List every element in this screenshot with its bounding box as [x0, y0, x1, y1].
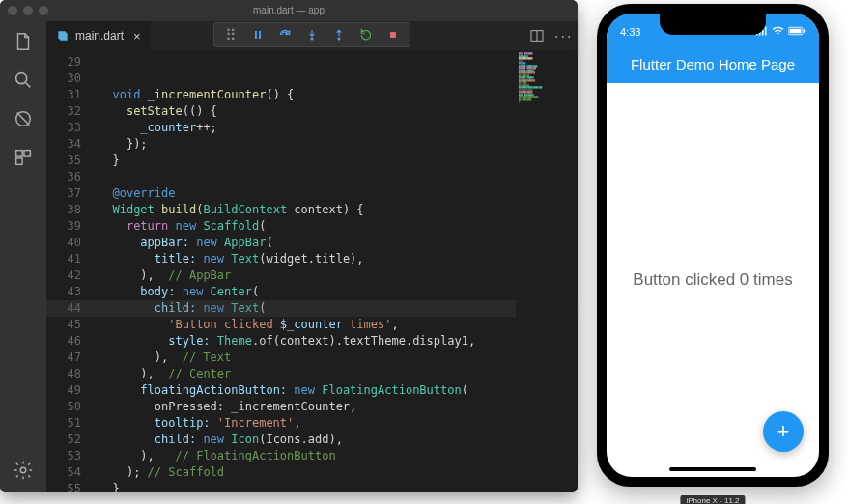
code-line: child: new Text(: [99, 301, 266, 315]
svg-point-7: [338, 38, 340, 40]
extensions-icon[interactable]: [13, 147, 34, 168]
code-line: }: [99, 154, 120, 167]
code-line: ); // Scaffold: [99, 465, 224, 479]
editor-top-right-tools: ···: [529, 28, 570, 43]
debug-toolbar: ⠿: [213, 22, 410, 47]
code-line: @override: [99, 186, 175, 200]
plus-icon: +: [777, 419, 790, 444]
activity-bar: [0, 21, 46, 492]
titlebar: main.dart — app: [0, 0, 578, 21]
debug-step-out-button[interactable]: [326, 24, 352, 45]
code-line: 'Button clicked $_counter times',: [99, 318, 399, 331]
status-time: 4:33: [620, 26, 640, 38]
svg-rect-13: [765, 27, 767, 36]
wifi-icon: [772, 26, 784, 38]
simulator-device-label: iPhone X - 11.2: [680, 495, 745, 504]
code-line: void _incrementCounter() {: [99, 88, 294, 101]
split-editor-icon[interactable]: [529, 28, 545, 43]
svg-point-5: [20, 467, 26, 473]
code-line: title: new Text(widget.title),: [99, 252, 364, 266]
debug-step-into-button[interactable]: [299, 24, 325, 45]
line-number-gutter: 29 30 31 32 33 34 35 36 37 38 39 40 41 4…: [46, 50, 91, 492]
code-line: floatingActionButton: new FloatingAction…: [99, 383, 468, 397]
code-line: });: [99, 137, 148, 151]
debug-stop-button[interactable]: [381, 24, 406, 45]
window-controls: [8, 6, 48, 15]
code-line: }: [99, 482, 120, 492]
svg-point-0: [16, 73, 27, 84]
code-line: return new Scaffold(: [99, 219, 266, 233]
svg-rect-8: [390, 32, 396, 38]
debug-step-over-button[interactable]: [272, 24, 297, 45]
code-line: tooltip: 'Increment',: [99, 416, 301, 430]
code-editor-window: main.dart — app: [0, 0, 578, 492]
body-text: Button clicked 0 times: [633, 270, 792, 290]
tab-close-icon[interactable]: ×: [133, 29, 141, 43]
phone-screen: 4:33 Flutter Demo Home Page Butto: [607, 14, 819, 477]
more-icon[interactable]: ···: [554, 28, 570, 43]
code-area[interactable]: 29 30 31 32 33 34 35 36 37 38 39 40 41 4…: [46, 50, 578, 492]
code-line: Widget build(BuildContext context) {: [99, 203, 364, 216]
home-indicator[interactable]: [669, 467, 756, 471]
settings-icon[interactable]: [13, 460, 34, 481]
simulator-column: 4:33 Flutter Demo Home Page Butto: [578, 0, 848, 504]
code-line: onPressed: _incrementCounter,: [99, 400, 356, 413]
window-title: main.dart — app: [253, 5, 325, 15]
tab-label: main.dart: [75, 29, 124, 42]
debug-restart-button[interactable]: [353, 24, 379, 45]
explorer-icon[interactable]: [13, 31, 34, 52]
debug-icon[interactable]: [13, 108, 34, 129]
svg-rect-2: [16, 151, 22, 156]
debug-grip-icon[interactable]: ⠿: [218, 24, 243, 45]
battery-icon: [788, 26, 806, 38]
code-line: appBar: new AppBar(: [99, 236, 273, 249]
editor-body: main.dart × ⠿: [0, 21, 578, 492]
code-line: _counter++;: [99, 121, 217, 134]
tab-main-dart[interactable]: main.dart ×: [46, 21, 151, 50]
close-dot[interactable]: [8, 6, 17, 15]
code-line: child: new Icon(Icons.add),: [99, 433, 343, 446]
code-line: ), // AppBar: [99, 268, 231, 282]
code-line: ), // Text: [99, 350, 231, 364]
code-line: style: Theme.of(context).textTheme.displ…: [99, 334, 475, 348]
maximize-dot[interactable]: [39, 6, 48, 15]
code-content[interactable]: void _incrementCounter() { setState(() {…: [91, 50, 578, 492]
svg-point-6: [311, 38, 313, 40]
app-bar: Flutter Demo Home Page: [607, 44, 819, 83]
code-line: setState(() {: [99, 104, 217, 118]
debug-pause-button[interactable]: [245, 24, 270, 45]
minimap[interactable]: ████ ███████ ████████ ████████████ ███ █…: [516, 50, 578, 492]
appbar-title: Flutter Demo Home Page: [631, 56, 795, 72]
code-line: ), // Center: [99, 367, 231, 380]
svg-rect-3: [24, 151, 30, 156]
search-icon[interactable]: [13, 70, 34, 91]
floating-action-button[interactable]: +: [763, 411, 804, 452]
phone-notch: [660, 14, 766, 35]
phone-frame: 4:33 Flutter Demo Home Page Butto: [597, 4, 829, 487]
svg-rect-15: [790, 29, 802, 34]
code-line: body: new Center(: [99, 285, 259, 298]
dart-file-icon: [56, 29, 70, 42]
minimize-dot[interactable]: [23, 6, 33, 15]
editor-main: main.dart × ⠿: [46, 21, 578, 492]
code-line: [99, 170, 105, 183]
code-line: ), // FloatingActionButton: [99, 449, 336, 462]
tab-bar: main.dart × ⠿: [46, 21, 578, 50]
svg-rect-16: [804, 30, 806, 33]
svg-rect-4: [16, 158, 22, 164]
